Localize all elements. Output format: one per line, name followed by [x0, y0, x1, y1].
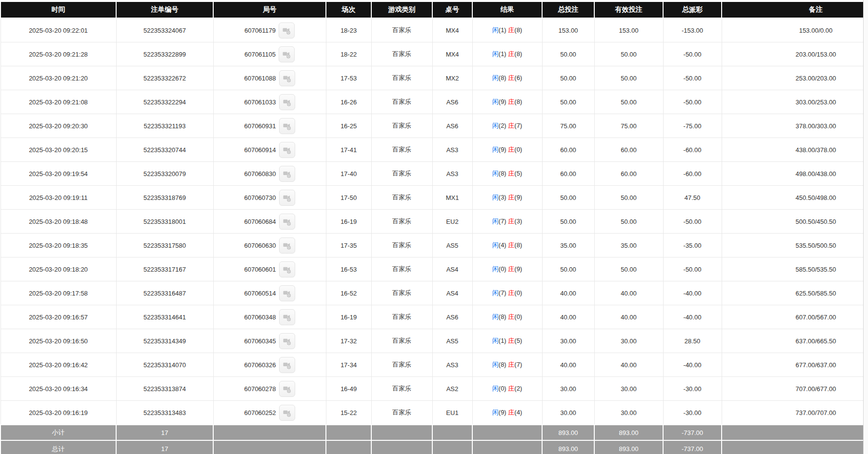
cell-payout: -50.00 [663, 257, 722, 281]
result-player-label: 闲 [492, 50, 499, 58]
cell-result: 闲(4) 庄(8) [472, 234, 542, 257]
cell-game-type: 百家乐 [371, 329, 432, 353]
cell-total-bet: 50.00 [542, 90, 594, 114]
round-no-group: 607060345 [214, 333, 326, 349]
cell-payout: -35.00 [663, 234, 722, 257]
video-replay-button[interactable] [279, 405, 295, 421]
cell-payout: -40.00 [663, 353, 722, 377]
cell-table-no: MX1 [432, 186, 472, 210]
cell-table-no: AS3 [432, 353, 472, 377]
video-replay-icon [283, 241, 292, 250]
video-replay-button[interactable] [279, 214, 295, 230]
video-replay-button[interactable] [279, 237, 295, 254]
cell-game-type: 百家乐 [371, 234, 432, 257]
cell-valid-bet: 60.00 [594, 138, 663, 162]
result-banker-score: (0) [514, 289, 522, 296]
cell-result: 闲(7) 庄(3) [472, 210, 542, 234]
cell-round-no: 607061033 [213, 90, 326, 114]
result-banker-label: 庄 [508, 146, 514, 153]
cell-result: 闲(1) 庄(5) [472, 329, 542, 353]
cell-payout: -30.00 [663, 401, 722, 425]
video-replay-button[interactable] [279, 70, 295, 86]
result-banker-label: 庄 [508, 26, 514, 34]
video-replay-button[interactable] [279, 190, 295, 206]
cell-table-no: AS4 [432, 281, 472, 305]
result-player-label: 闲 [492, 146, 499, 153]
video-replay-button[interactable] [279, 22, 295, 39]
video-replay-button[interactable] [279, 357, 295, 373]
result-player-score: (0) [499, 265, 506, 273]
cell-table-no: AS5 [432, 234, 472, 257]
cell-table-no: MX2 [432, 66, 472, 90]
cell-table-no: AS6 [432, 114, 472, 138]
result-player-score: (1) [499, 50, 506, 58]
cell-total-bet: 50.00 [542, 210, 594, 234]
column-header-table-no: 桌号 [432, 1, 472, 18]
result-banker-label: 庄 [508, 50, 514, 58]
video-replay-button[interactable] [279, 46, 295, 62]
round-number: 607060684 [244, 218, 276, 225]
result-banker-score: (7) [514, 122, 522, 129]
cell-remark: 625.50/585.50 [722, 281, 868, 305]
cell-time: 2025-03-20 09:20:15 [0, 138, 116, 162]
result-banker-label: 庄 [508, 194, 514, 201]
video-replay-button[interactable] [279, 94, 295, 110]
cell-time: 2025-03-20 09:18:20 [0, 257, 116, 281]
result-player-label: 闲 [492, 74, 499, 81]
result-player-label: 闲 [492, 217, 499, 225]
result-banker-score: (5) [514, 337, 522, 344]
result-banker-label: 庄 [508, 361, 514, 368]
cell-session [326, 440, 371, 454]
table-row: 2025-03-20 09:16:57522353314641607060348… [0, 305, 868, 329]
round-number: 607060630 [244, 242, 276, 249]
cell-table-no: MX4 [432, 42, 472, 66]
result-player-score: (8) [499, 313, 506, 320]
round-no-group: 607060348 [214, 309, 326, 325]
video-replay-button[interactable] [279, 166, 295, 182]
result-banker-score: (5) [514, 170, 522, 177]
column-header-round-no: 局号 [213, 1, 326, 18]
video-replay-icon [283, 384, 292, 394]
cell-result: 闲(2) 庄(7) [472, 114, 542, 138]
cell-valid-bet: 75.00 [594, 114, 663, 138]
video-replay-button[interactable] [279, 261, 295, 277]
result-player-label: 闲 [492, 385, 499, 392]
video-replay-icon [282, 50, 291, 59]
vertical-scrollbar[interactable] [863, 0, 868, 454]
cell-bet-id: 522353317167 [116, 257, 213, 281]
table-row: 2025-03-20 09:18:20522353317167607060601… [0, 257, 868, 281]
video-replay-button[interactable] [279, 381, 295, 397]
video-replay-button[interactable] [279, 333, 295, 349]
video-replay-button[interactable] [279, 118, 295, 134]
cell-time: 2025-03-20 09:21:08 [0, 90, 116, 114]
video-replay-button[interactable] [279, 142, 295, 158]
cell-game-type [371, 425, 432, 440]
result-player-score: (8) [499, 170, 506, 177]
subtotal-row: 小计17893.00893.00-737.00 [0, 425, 868, 440]
cell-time: 2025-03-20 09:21:20 [0, 66, 116, 90]
round-number: 607060830 [244, 170, 276, 178]
cell-time: 2025-03-20 09:16:57 [0, 305, 116, 329]
cell-valid-bet: 40.00 [594, 353, 663, 377]
cell-result: 闲(8) 庄(0) [472, 305, 542, 329]
cell-session: 17-50 [326, 186, 371, 210]
video-replay-button[interactable] [279, 285, 295, 301]
column-header-total-bet: 总投注 [542, 1, 594, 18]
column-header-time: 时间 [0, 1, 116, 18]
cell-game-type: 百家乐 [371, 401, 432, 425]
cell-bet-id: 522353322899 [116, 42, 213, 66]
result-player-score: (9) [499, 146, 506, 153]
cell-result: 闲(1) 庄(8) [472, 42, 542, 66]
cell-game-type: 百家乐 [371, 162, 432, 186]
result-banker-label: 庄 [508, 289, 514, 296]
result-banker-score: (8) [514, 98, 522, 105]
cell-session: 17-40 [326, 162, 371, 186]
cell-payout: -40.00 [663, 281, 722, 305]
result-player-score: (1) [499, 26, 506, 34]
result-banker-label: 庄 [508, 385, 514, 392]
video-replay-button[interactable] [279, 309, 295, 325]
result-player-score: (2) [499, 122, 506, 129]
cell-total-bet: 893.00 [542, 440, 594, 454]
cell-round-no: 607060630 [213, 234, 326, 257]
result-banker-label: 庄 [508, 122, 514, 129]
